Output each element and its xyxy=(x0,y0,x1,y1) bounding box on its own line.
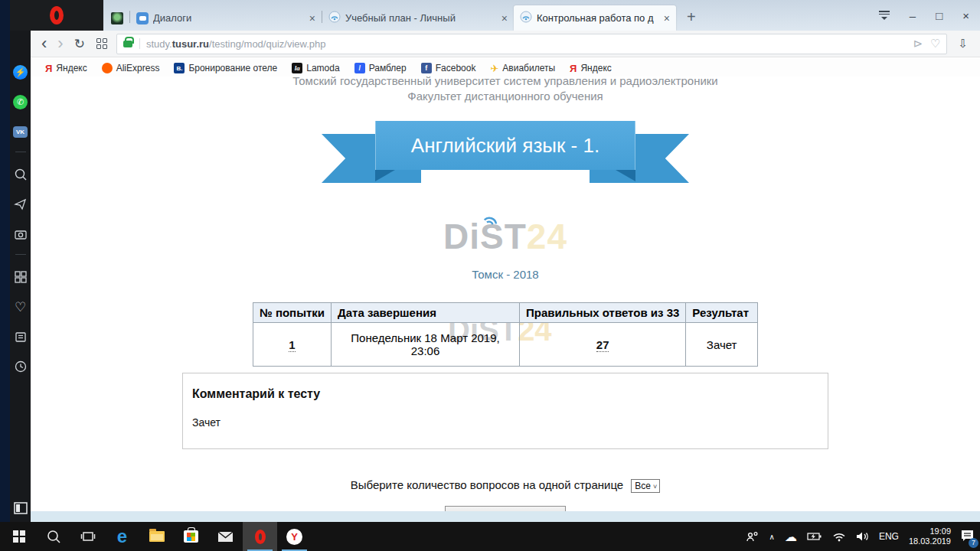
whatsapp-icon[interactable]: ✆ xyxy=(13,94,28,109)
bookmark-facebook[interactable]: f Facebook xyxy=(421,63,476,73)
airplane-favicon-icon: ✈ xyxy=(490,63,498,74)
battery-icon[interactable] xyxy=(807,532,822,541)
language-indicator[interactable]: ENG xyxy=(879,531,899,542)
file-explorer-button[interactable] xyxy=(139,522,174,551)
snapshot-camera-icon[interactable] xyxy=(13,227,28,242)
bookmark-yandex-2[interactable]: Я Яндекс xyxy=(570,63,612,74)
tab-title: Учебный план - Личный xyxy=(345,12,497,24)
minimize-button[interactable]: – xyxy=(910,10,916,21)
questions-per-page-select[interactable]: Все˅ xyxy=(631,479,660,493)
browser-toolbar: ‹ › ↻ study.tusur.ru/testing/mod/quiz/vi… xyxy=(31,31,980,57)
start-button[interactable] xyxy=(2,522,36,551)
comment-title: Комментарий к тесту xyxy=(192,387,818,401)
bookmark-rambler[interactable]: / Рамблер xyxy=(354,63,407,73)
cell-result: Зачет xyxy=(686,323,758,367)
questions-label: Выберите количество вопросов на одной ст… xyxy=(351,478,624,491)
edge-icon: e xyxy=(117,527,127,546)
tab-close-icon[interactable]: × xyxy=(309,12,315,24)
reload-button[interactable]: ↻ xyxy=(74,36,85,52)
taskbar-date: 18.03.2019 xyxy=(909,536,951,546)
onedrive-cloud-icon[interactable]: ☁ xyxy=(785,530,797,544)
wifi-icon[interactable] xyxy=(832,531,846,542)
windows-taskbar: e Y ∧ ☁ ENG 19:09 18.03.2019 7 xyxy=(0,522,980,551)
back-button[interactable]: ‹ xyxy=(41,35,47,52)
edge-button[interactable]: e xyxy=(105,522,139,551)
cell-attempt: 1 xyxy=(253,323,332,367)
dist-logo-wrap: DiST24 xyxy=(31,204,980,254)
microsoft-store-button[interactable] xyxy=(174,522,208,551)
share-send-icon[interactable]: ⊳ xyxy=(913,37,923,51)
attempts-table-wrap: DiST24 № попытки Дата завершения Правиль… xyxy=(253,302,758,367)
bookmark-aliexpress[interactable]: AliExpress xyxy=(102,63,160,73)
action-center-button[interactable]: 7 xyxy=(961,530,974,544)
bookmark-booking[interactable]: B. Бронирование отеле xyxy=(174,63,277,73)
bookmark-yandex[interactable]: Я Яндекс xyxy=(45,63,87,74)
table-header-row: № попытки Дата завершения Правильных отв… xyxy=(253,303,758,323)
bookmarks-heart-icon[interactable]: ♡ xyxy=(13,299,28,315)
taskbar-search-button[interactable] xyxy=(36,522,70,551)
opera-taskbar-button[interactable] xyxy=(243,522,277,551)
browser-titlebar: Диалоги × Учебный план - Личный × Контро… xyxy=(10,0,980,31)
header-attempt: № попытки xyxy=(253,303,332,323)
site-favicon-icon xyxy=(328,11,341,25)
yandex-favicon-icon: Я xyxy=(45,63,52,74)
downloads-icon[interactable]: ⇩ xyxy=(958,37,968,51)
correct-answers-link[interactable]: 27 xyxy=(596,338,609,352)
speaker-icon[interactable] xyxy=(856,531,869,542)
header-date: Дата завершения xyxy=(332,303,520,323)
wifi-arcs-icon xyxy=(475,205,506,225)
speed-dial-icon[interactable] xyxy=(13,269,28,285)
my-flow-icon[interactable] xyxy=(13,197,28,212)
opera-menu-button[interactable] xyxy=(10,0,103,31)
comment-box: Комментарий к тесту Зачет xyxy=(182,373,828,449)
task-view-button[interactable] xyxy=(70,522,105,551)
personal-news-icon[interactable] xyxy=(13,329,28,344)
forward-button[interactable]: › xyxy=(57,35,63,52)
start-button-row: Начать тестирование xyxy=(31,494,980,511)
history-clock-icon[interactable] xyxy=(13,359,28,374)
bookmark-lamoda[interactable]: la Lamoda xyxy=(292,63,339,73)
tab-menu-icon[interactable] xyxy=(879,11,890,20)
speed-dial-button[interactable] xyxy=(96,38,107,49)
mail-button[interactable] xyxy=(208,522,243,551)
lamoda-favicon-icon: la xyxy=(292,63,302,73)
tab-close-icon[interactable]: × xyxy=(501,12,508,24)
people-icon[interactable] xyxy=(746,531,760,542)
search-icon[interactable] xyxy=(13,167,28,182)
opera-sidebar: ⚡ ✆ VK ♡ xyxy=(10,31,31,522)
mail-icon xyxy=(217,531,234,543)
yandex-browser-icon: Y xyxy=(286,529,302,545)
course-title: Английский язык - 1. xyxy=(375,121,635,170)
opera-logo-icon xyxy=(50,6,64,24)
table-row: 1 Понедельник 18 Март 2019, 23:06 27 Зач… xyxy=(253,323,758,367)
bookmark-avia[interactable]: ✈ Авиабилеты xyxy=(490,63,555,74)
university-name: Томский государственный университет сист… xyxy=(31,77,980,87)
cell-correct: 27 xyxy=(519,323,685,367)
sidebar-settings-icon[interactable] xyxy=(13,500,28,516)
lock-icon[interactable] xyxy=(123,41,132,47)
tab-study-plan[interactable]: Учебный план - Личный × xyxy=(322,5,514,31)
tab-quiz-active[interactable]: Контрольная работа по д × xyxy=(514,5,676,31)
maximize-button[interactable]: □ xyxy=(936,10,942,21)
save-to-bookmarks-heart-icon[interactable]: ♡ xyxy=(930,37,940,51)
windows-logo-icon xyxy=(13,530,25,543)
taskbar-clock[interactable]: 19:09 18.03.2019 xyxy=(909,527,951,546)
start-test-button[interactable]: Начать тестирование xyxy=(445,506,565,511)
sidebar-divider xyxy=(15,152,26,152)
desktop-edge xyxy=(0,0,10,522)
attempt-link[interactable]: 1 xyxy=(289,338,295,352)
page-footer-strip xyxy=(31,511,980,522)
address-bar[interactable]: study.tusur.ru/testing/mod/quiz/view.php… xyxy=(116,34,948,54)
close-window-button[interactable]: × xyxy=(962,10,969,21)
vk-icon[interactable]: VK xyxy=(13,124,28,139)
yandex-browser-button[interactable]: Y xyxy=(277,522,312,551)
pinned-tab[interactable] xyxy=(111,12,123,24)
dist24-logo: DiST24 xyxy=(443,219,567,254)
tab-close-icon[interactable]: × xyxy=(664,12,670,24)
site-favicon-icon xyxy=(520,11,532,25)
store-icon xyxy=(184,530,198,543)
tab-dialogs[interactable]: Диалоги × xyxy=(130,5,322,31)
messenger-icon[interactable]: ⚡ xyxy=(13,64,28,80)
hidden-icons-chevron[interactable]: ∧ xyxy=(769,533,775,541)
new-tab-button[interactable]: + xyxy=(687,8,696,26)
